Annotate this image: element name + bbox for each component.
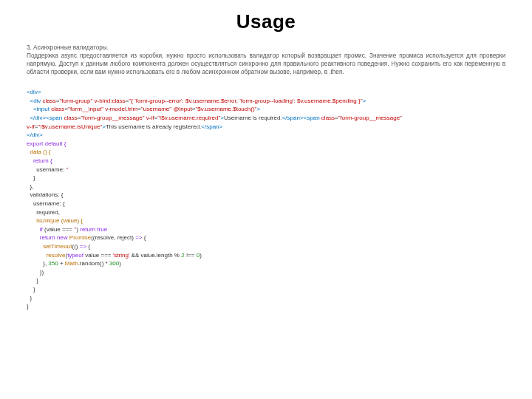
code-token: "username" bbox=[141, 106, 171, 112]
code-token: (() bbox=[72, 243, 80, 250]
code-token: < bbox=[27, 106, 37, 112]
code-token: span bbox=[307, 115, 319, 121]
code-token: => bbox=[135, 234, 142, 241]
code-token: @input bbox=[171, 106, 192, 112]
code-token: return new bbox=[27, 234, 68, 241]
code-token: export default { bbox=[27, 140, 66, 147]
code-token: Promise bbox=[68, 234, 92, 241]
code-token: }, bbox=[27, 260, 48, 267]
code-token: "!$v.username.isUnique" bbox=[38, 123, 102, 130]
code-token: typeof bbox=[67, 252, 83, 259]
code-token: validations: { bbox=[27, 191, 63, 198]
code-token: > bbox=[38, 89, 41, 95]
code-token: "form-group__message" bbox=[81, 115, 144, 121]
code-token: > bbox=[363, 98, 366, 104]
code-token: class bbox=[41, 98, 55, 104]
code-token: { bbox=[143, 234, 146, 241]
code-token: div bbox=[32, 132, 39, 138]
code-token: "!$v.username.required" bbox=[157, 115, 220, 121]
code-token: }, bbox=[27, 183, 33, 190]
code-token: class bbox=[320, 115, 335, 121]
code-token: > bbox=[256, 106, 260, 112]
code-token: username: bbox=[27, 166, 66, 173]
code-token: class bbox=[50, 106, 64, 112]
code-token: ) bbox=[200, 252, 202, 259]
code-token: class bbox=[62, 115, 77, 121]
code-token: value === bbox=[83, 252, 113, 259]
page-title: Usage bbox=[27, 10, 505, 33]
code-token: >< bbox=[300, 115, 307, 121]
code-token: input bbox=[37, 106, 50, 112]
code-token: span bbox=[50, 115, 62, 121]
code-token: </ bbox=[27, 132, 32, 138]
code-token: required, bbox=[27, 209, 60, 216]
code-token: .random() * bbox=[78, 260, 109, 267]
code-token: => bbox=[80, 243, 86, 250]
code-token: Username is required. bbox=[224, 115, 282, 121]
code-token: < bbox=[27, 98, 33, 104]
code-token: v-if bbox=[27, 123, 35, 130]
code-token: { bbox=[86, 243, 90, 250]
code-token: + bbox=[58, 260, 65, 267]
code-token: 300 bbox=[109, 260, 119, 267]
code-token: span bbox=[206, 123, 219, 130]
code-token: !== bbox=[185, 252, 197, 259]
code-token: isUnique (value) { bbox=[27, 217, 83, 224]
code-block: <div> <div class="form-group" v-bind:cla… bbox=[27, 88, 505, 310]
code-token: } bbox=[27, 303, 29, 310]
code-token: > bbox=[219, 123, 223, 130]
code-token: span bbox=[287, 115, 300, 121]
code-token: 'string' bbox=[113, 252, 130, 259]
code-token: >< bbox=[43, 115, 50, 121]
code-token: } bbox=[27, 174, 35, 181]
code-token: data () { bbox=[27, 149, 50, 155]
code-token: "form-group" bbox=[59, 98, 92, 104]
code-token: }) bbox=[27, 269, 44, 276]
code-token: Math bbox=[65, 260, 78, 267]
code-token: setTimeout bbox=[27, 243, 72, 250]
code-token: } bbox=[27, 286, 35, 293]
code-token: } bbox=[27, 295, 32, 301]
code-token: return { bbox=[27, 157, 52, 164]
code-token: 350 bbox=[48, 260, 58, 267]
code-token: This username is already registered. bbox=[106, 123, 201, 130]
code-token: ((resolve, reject) bbox=[91, 234, 135, 241]
code-token: </ bbox=[282, 115, 287, 121]
code-token: resolve bbox=[27, 252, 65, 259]
code-token: "form-group__message" bbox=[338, 115, 402, 121]
code-token: && value.length % bbox=[129, 252, 181, 259]
code-token: '' bbox=[66, 166, 68, 173]
code-token: div bbox=[30, 89, 38, 95]
code-token: username: { bbox=[27, 200, 65, 207]
page: Usage 3. Асинхронные валидаторы.Поддержк… bbox=[0, 0, 532, 321]
code-token: } bbox=[27, 277, 38, 284]
code-token: "form__input" bbox=[68, 106, 103, 112]
code-token: v-if bbox=[145, 115, 154, 121]
code-token: (value === bbox=[43, 226, 74, 233]
code-token: if bbox=[27, 226, 43, 233]
code-token: </ bbox=[27, 115, 35, 121]
code-token: div bbox=[35, 115, 42, 121]
code-token: ) bbox=[119, 260, 121, 267]
code-token: v-bind:class bbox=[92, 98, 125, 104]
code-token: div bbox=[33, 98, 41, 104]
intro-paragraph: 3. Асинхронные валидаторы.Поддержка asyn… bbox=[27, 44, 505, 76]
code-token: v-model.trim bbox=[103, 106, 137, 112]
code-token: > bbox=[39, 132, 43, 138]
code-token: "{ 'form-group--error': $v.username.$err… bbox=[129, 98, 362, 104]
code-token: "$v.username.$touch()" bbox=[196, 106, 257, 112]
code-token: return true bbox=[80, 226, 107, 233]
